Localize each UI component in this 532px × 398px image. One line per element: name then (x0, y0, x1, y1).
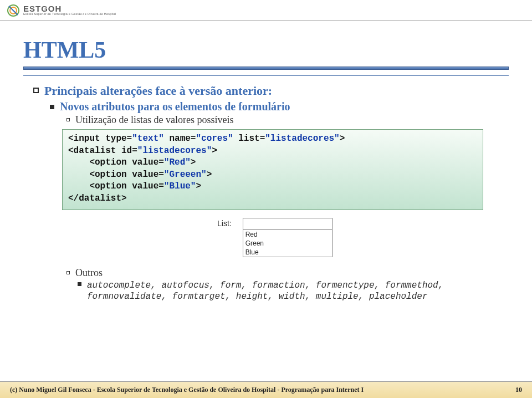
title-underline (23, 67, 509, 70)
demo-input[interactable] (243, 218, 332, 230)
bullet-level-3: Utilização de listas de valores possívei… (66, 114, 509, 126)
bullet-outros: Outros (66, 267, 509, 279)
bullet-icon (66, 271, 70, 274)
bullet-icon (78, 282, 81, 286)
page-number: 10 (515, 386, 522, 394)
logo: ESTGOH Escola Superior de Tecnologia e G… (7, 4, 116, 17)
slide-body: HTML5 Principais alterações face à versã… (0, 21, 532, 303)
bullet-3-text: Utilização de listas de valores possívei… (75, 114, 233, 126)
demo-label: List: (217, 218, 232, 228)
outros-detail: autocomplete, autofocus, form, formactio… (87, 280, 486, 303)
bullet-icon (66, 118, 70, 121)
logo-name: ESTGOH (23, 4, 116, 13)
slide-title: HTML5 (23, 37, 509, 63)
code-example: <input type="text" name="cores" list="li… (62, 129, 483, 210)
slide-footer: (c) Nuno Miguel Gil Fonseca - Escola Sup… (0, 381, 532, 398)
title-thin-line (23, 75, 509, 76)
bullet-icon (33, 88, 39, 93)
demo-dropdown[interactable]: Red Green Blue (243, 230, 332, 257)
demo-option[interactable]: Green (243, 239, 332, 248)
bullet-level-1: Principais alterações face à versão ante… (33, 84, 509, 100)
bullet-1-text: Principais alterações face à versão ante… (44, 84, 272, 98)
demo-option[interactable]: Red (243, 230, 332, 239)
logo-subtitle: Escola Superior de Tecnologia e Gestão d… (23, 13, 116, 16)
datalist-demo: List: Red Green Blue (217, 218, 509, 257)
bullet-icon (50, 105, 54, 109)
logo-mark-icon (7, 4, 20, 17)
bullet-outros-detail: autocomplete, autofocus, form, formactio… (78, 279, 509, 303)
bullet-level-2: Novos atributos para os elementos de for… (50, 100, 509, 114)
outros-label: Outros (75, 267, 103, 279)
footer-text: (c) Nuno Miguel Gil Fonseca - Escola Sup… (10, 386, 364, 394)
demo-option[interactable]: Blue (243, 248, 332, 257)
bullet-2-text: Novos atributos para os elementos de for… (60, 100, 290, 113)
slide-header: ESTGOH Escola Superior de Tecnologia e G… (0, 0, 532, 21)
